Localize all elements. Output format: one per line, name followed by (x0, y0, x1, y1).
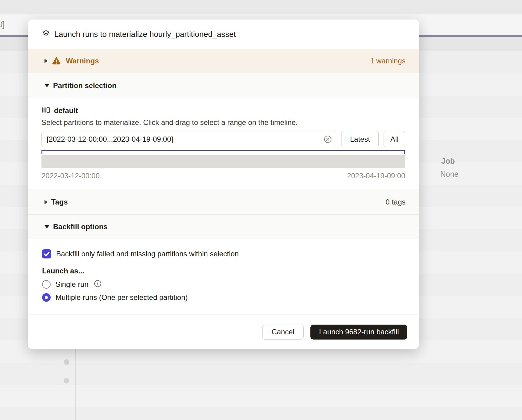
partition-range-input-wrap (41, 131, 336, 147)
range-end-label: 2023-04-19-09:00 (347, 172, 405, 180)
checkmark-icon (42, 249, 51, 258)
multiple-runs-label[interactable]: Multiple runs (One per selected partitio… (55, 293, 188, 302)
tags-section-header[interactable]: Tags 0 tags (28, 190, 419, 215)
info-icon[interactable] (94, 280, 102, 289)
single-run-label[interactable]: Single run (55, 280, 88, 289)
multiple-runs-option: Multiple runs (One per selected partitio… (42, 293, 419, 302)
dialog-footer: Cancel Launch 9682-run backfill (28, 315, 419, 349)
cancel-button[interactable]: Cancel (262, 325, 304, 340)
partition-set-icon (42, 106, 50, 115)
partition-range-input[interactable] (41, 131, 336, 147)
warnings-label: Warnings (66, 57, 99, 65)
dialog-title: Launch runs to materialize hourly_partit… (54, 30, 236, 39)
partition-help-text: Select partitions to materialize. Click … (41, 118, 405, 127)
timeline-selection-bracket (41, 150, 405, 154)
tags-label: Tags (51, 198, 68, 206)
partition-selection-body: default Select partitions to materialize… (28, 98, 419, 190)
caret-right-icon (45, 200, 48, 204)
backfill-options-body: Backfill only failed and missing partiti… (28, 239, 419, 315)
partition-selection-section-header[interactable]: Partition selection (28, 73, 419, 98)
single-run-radio[interactable] (42, 280, 51, 289)
clear-input-icon[interactable] (324, 135, 332, 144)
tags-count: 0 tags (386, 198, 406, 206)
partition-range-row: Latest All (41, 131, 405, 147)
backfill-only-failed-checkbox[interactable] (42, 249, 51, 258)
multiple-runs-radio[interactable] (42, 293, 51, 302)
backfill-checkbox-label[interactable]: Backfill only failed and missing partiti… (56, 250, 239, 258)
caret-down-icon (45, 225, 49, 228)
dialog-header: Launch runs to materialize hourly_partit… (28, 20, 419, 49)
backfill-options-section-header[interactable]: Backfill options (28, 215, 419, 239)
materialize-layers-icon (42, 30, 50, 39)
backfill-options-label: Backfill options (53, 222, 108, 231)
timeline-bar[interactable] (41, 155, 405, 168)
warnings-count: 1 warnings (370, 57, 406, 65)
range-start-label: 2022-03-12-00:00 (41, 172, 100, 180)
latest-button[interactable]: Latest (341, 131, 379, 147)
launch-backfill-button[interactable]: Launch 9682-run backfill (310, 325, 407, 340)
partition-dimension-row: default (28, 98, 419, 115)
partition-dimension-name: default (54, 106, 78, 115)
single-run-option: Single run (42, 280, 419, 289)
caret-down-icon (45, 84, 49, 87)
caret-right-icon (45, 59, 48, 63)
partition-selection-label: Partition selection (53, 81, 116, 90)
launch-as-label: Launch as... (42, 267, 419, 275)
screen: 0] Job None Launch runs to materialize h… (0, 0, 522, 420)
backfill-checkbox-row: Backfill only failed and missing partiti… (42, 249, 419, 258)
partition-timeline[interactable] (41, 150, 405, 168)
warning-triangle-icon (52, 57, 61, 65)
launch-runs-dialog: Launch runs to materialize hourly_partit… (28, 20, 419, 349)
timeline-range-labels: 2022-03-12-00:00 2023-04-19-09:00 (41, 172, 405, 180)
warnings-section-header[interactable]: Warnings 1 warnings (28, 49, 419, 73)
all-button[interactable]: All (384, 131, 405, 147)
